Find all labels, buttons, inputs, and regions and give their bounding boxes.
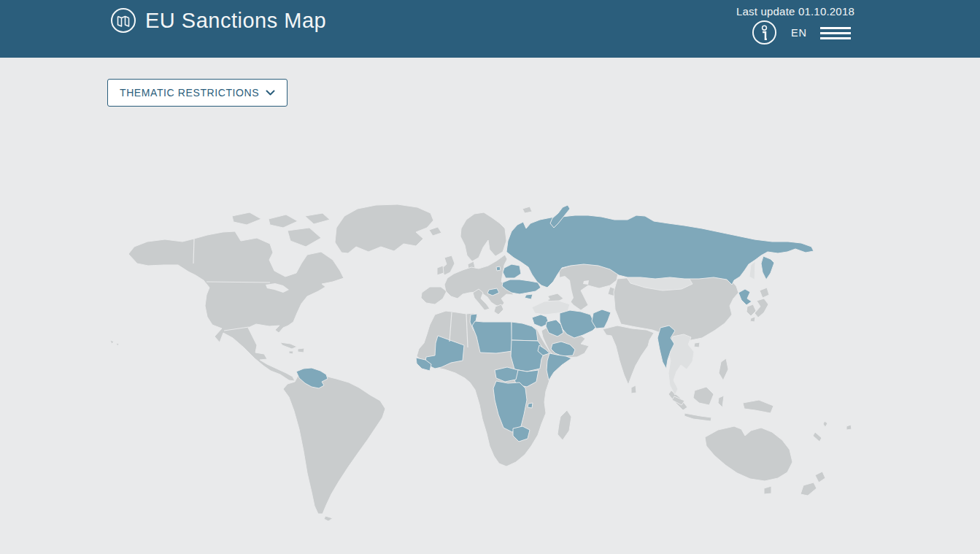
region-madagascar (557, 410, 571, 440)
region-north-korea[interactable] (738, 289, 752, 305)
region-japan (760, 288, 769, 298)
brand[interactable]: EU Sanctions Map (110, 7, 326, 34)
region-crimea[interactable] (525, 294, 533, 299)
region-japan (750, 317, 755, 322)
region-belarus[interactable] (503, 264, 521, 278)
region-kamchatka[interactable] (761, 256, 774, 280)
region-scandinavia (460, 212, 506, 261)
region-svalbard (522, 207, 532, 213)
info-icon[interactable] (752, 20, 777, 45)
thematic-restrictions-button[interactable]: THEMATIC RESTRICTIONS (107, 79, 288, 107)
region-tierra-del-fuego (324, 516, 333, 521)
region-sakhalin (749, 261, 755, 280)
region-cuba (280, 342, 297, 349)
region-hawaii (110, 340, 114, 344)
region-hispaniola (298, 348, 304, 353)
region-greece (494, 304, 503, 315)
region-hawaii (116, 343, 119, 346)
region-australia (705, 426, 792, 481)
region-kaliningrad[interactable] (496, 266, 501, 271)
region-north-america (128, 231, 344, 381)
arctic-island (232, 212, 261, 225)
region-india (603, 326, 654, 385)
arctic-island (305, 213, 330, 224)
region-sudan[interactable] (511, 340, 545, 372)
region-ireland (437, 266, 444, 275)
chevron-down-icon (266, 90, 275, 96)
region-tasmania (764, 486, 771, 494)
region-philippines (719, 358, 728, 380)
last-update-label: Last update 01.10.2018 (736, 5, 854, 18)
language-selector[interactable]: EN (791, 27, 807, 39)
region-new-guinea (743, 400, 773, 413)
region-japan (755, 299, 768, 318)
logo-icon (110, 7, 136, 34)
region-vanuatu (823, 421, 827, 427)
region-somalia[interactable] (547, 353, 571, 380)
region-fiji (846, 425, 852, 430)
region-iberia (421, 287, 447, 304)
region-burundi[interactable] (528, 403, 533, 408)
region-new-zealand (815, 472, 825, 482)
region-hainan (694, 342, 700, 347)
region-sri-lanka (631, 385, 636, 393)
arctic-island (269, 215, 298, 228)
region-borneo (693, 387, 714, 405)
page-title: EU Sanctions Map (145, 7, 326, 34)
region-afghanistan[interactable] (592, 309, 611, 328)
region-new-caledonia (813, 432, 822, 442)
region-baffin-island (288, 228, 321, 247)
region-south-korea (746, 304, 756, 316)
region-new-zealand (800, 482, 817, 496)
region-greenland (335, 204, 433, 253)
region-sulawesi (718, 396, 724, 407)
header: EU Sanctions Map Last update 01.10.2018 … (0, 0, 980, 58)
region-iceland (429, 227, 441, 236)
menu-icon[interactable] (820, 27, 851, 39)
region-java (684, 413, 711, 421)
thematic-restrictions-label: THEMATIC RESTRICTIONS (120, 87, 259, 99)
region-egypt[interactable] (512, 322, 538, 341)
region-jamaica (289, 351, 293, 354)
region-south-america (283, 369, 385, 514)
